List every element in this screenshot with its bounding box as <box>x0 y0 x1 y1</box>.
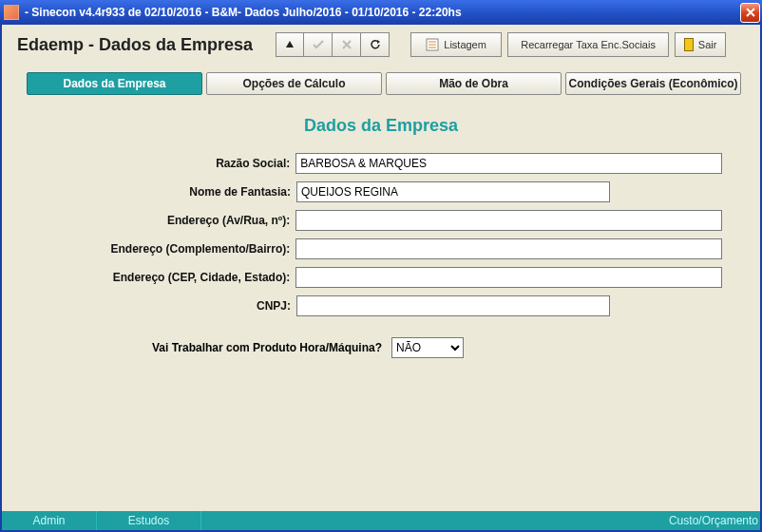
nav-up-button[interactable] <box>276 32 304 57</box>
status-admin[interactable]: Admin <box>2 511 97 530</box>
input-nome-fantasia[interactable] <box>296 181 610 202</box>
recarregar-button[interactable]: Recarregar Taxa Enc.Sociais <box>507 32 669 57</box>
svg-marker-0 <box>286 41 294 48</box>
label-nome-fantasia: Nome de Fantasia: <box>21 185 296 199</box>
confirm-button[interactable] <box>304 32 333 57</box>
cancel-nav-button[interactable] <box>333 32 361 57</box>
triangle-up-icon <box>285 40 295 49</box>
refresh-icon <box>370 39 381 50</box>
tab-opcoes-calculo[interactable]: Opções de Cálculo <box>206 72 382 95</box>
window-content: Edaemp - Dados da Empresa Listagem <box>0 25 762 532</box>
recarregar-group: Recarregar Taxa Enc.Sociais <box>507 32 669 57</box>
label-hora-maquina: Vai Trabalhar com Produto Hora/Máquina? <box>21 341 391 354</box>
sair-label: Sair <box>698 39 717 50</box>
label-cnpj: CNPJ: <box>21 299 296 313</box>
close-icon[interactable] <box>740 3 760 23</box>
label-endereco-cep: Endereço (CEP, Cidade, Estado): <box>21 271 295 284</box>
input-endereco-complemento[interactable] <box>295 238 722 259</box>
recarregar-label: Recarregar Taxa Enc.Sociais <box>521 39 656 50</box>
nav-button-group <box>276 32 390 57</box>
section-title: Dados da Empresa <box>2 116 760 136</box>
input-endereco-rua[interactable] <box>295 210 722 231</box>
statusbar: Admin Estudos Custo/Orçamento <box>2 511 762 530</box>
label-endereco-complemento: Endereço (Complemento/Bairro): <box>21 242 295 256</box>
tab-dados-empresa[interactable]: Dados da Empresa <box>27 72 202 95</box>
listagem-button[interactable]: Listagem <box>410 32 502 57</box>
tabs: Dados da Empresa Opções de Cálculo Mão d… <box>2 68 760 95</box>
action-button-group: Listagem <box>410 32 502 57</box>
status-custo-orcamento[interactable]: Custo/Orçamento <box>640 511 762 530</box>
app-icon <box>4 5 19 20</box>
x-icon <box>342 40 352 49</box>
status-estudos[interactable]: Estudos <box>97 511 201 530</box>
check-icon <box>313 40 324 49</box>
exit-icon <box>684 38 694 51</box>
form: Razão Social: Nome de Fantasia: Endereço… <box>2 153 760 358</box>
select-hora-maquina[interactable]: NÃOSIM <box>391 337 464 358</box>
toolbar: Edaemp - Dados da Empresa Listagem <box>2 25 760 68</box>
input-razao-social[interactable] <box>295 153 722 174</box>
window-title: - Sinecon v4.4r933 de 02/10/2016 - B&M- … <box>25 6 740 19</box>
listagem-label: Listagem <box>444 39 486 50</box>
sair-group: Sair <box>675 32 726 57</box>
page-title: Edaemp - Dados da Empresa <box>17 35 253 55</box>
status-spacer <box>201 511 640 530</box>
refresh-button[interactable] <box>361 32 390 57</box>
window-titlebar: - Sinecon v4.4r933 de 02/10/2016 - B&M- … <box>0 0 762 25</box>
label-razao-social: Razão Social: <box>21 157 295 170</box>
label-endereco-rua: Endereço (Av/Rua, nº): <box>21 214 295 227</box>
tab-condicoes-gerais[interactable]: Condições Gerais (Econômico) <box>565 72 741 95</box>
sair-button[interactable]: Sair <box>675 32 726 57</box>
svg-marker-1 <box>377 40 380 44</box>
list-icon <box>426 38 439 51</box>
input-endereco-cep[interactable] <box>295 267 722 288</box>
tab-mao-de-obra[interactable]: Mão de Obra <box>386 72 562 95</box>
input-cnpj[interactable] <box>296 295 610 316</box>
